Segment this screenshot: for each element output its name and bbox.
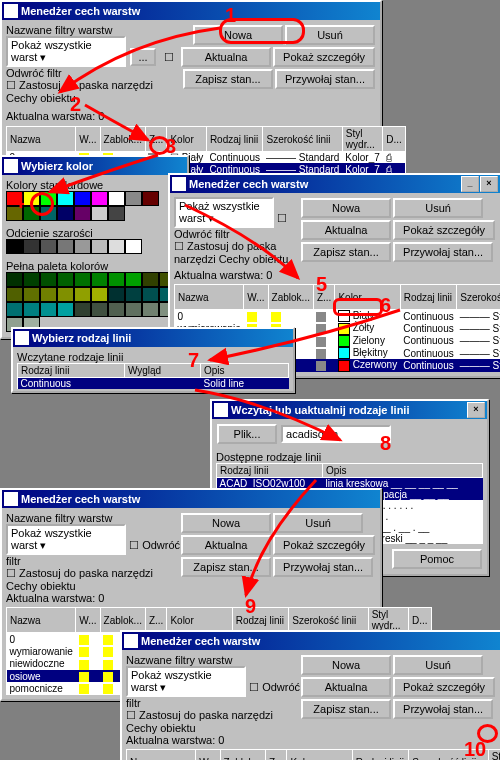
color-swatch[interactable] (23, 302, 40, 317)
color-swatch[interactable] (142, 191, 159, 206)
color-swatch[interactable] (125, 239, 142, 254)
titlebar: Wybierz kolor (2, 157, 187, 175)
restore-button[interactable]: Przywołaj stan... (393, 242, 493, 262)
color-swatch[interactable] (125, 287, 142, 302)
current-button[interactable]: Aktualna (301, 220, 391, 240)
color-swatch[interactable] (74, 287, 91, 302)
details-button[interactable]: Pokaż szczegóły (273, 535, 375, 555)
avail-label: Dostępne rodzaje linii (216, 451, 483, 463)
gray-palette[interactable] (6, 239, 166, 254)
current-layer-label: Aktualna warstwa: 0 (174, 269, 300, 281)
linetype-picker: Wybierz rodzaj linii Wczytane rodzaje li… (11, 327, 295, 393)
restore-button[interactable]: Przywołaj stan... (273, 557, 373, 577)
color-swatch[interactable] (57, 272, 74, 287)
delete-button[interactable]: Usuń (393, 655, 483, 675)
filters-label: Nazwane filtry warstw (126, 654, 300, 666)
app-icon (4, 4, 18, 18)
color-swatch[interactable] (91, 239, 108, 254)
apply-check[interactable]: ☐ Zastosuj do paska narzędzi Cechy obiek… (6, 567, 153, 592)
color-swatch[interactable] (57, 239, 74, 254)
color-swatch[interactable] (125, 302, 142, 317)
color-swatch[interactable] (74, 302, 91, 317)
color-swatch[interactable] (108, 272, 125, 287)
close-button[interactable]: × (467, 402, 485, 418)
color-swatch[interactable] (74, 272, 91, 287)
title-text: Wybierz kolor (21, 160, 93, 172)
color-swatch[interactable] (125, 272, 142, 287)
color-swatch[interactable] (125, 191, 142, 206)
std-colors-label: Kolory standardowe (6, 179, 183, 191)
save-button[interactable]: Zapisz stan... (301, 699, 391, 719)
restore-button[interactable]: Przywołaj stan... (275, 69, 375, 89)
annot-7: 7 (188, 349, 199, 372)
layer-manager-4: Menedżer cech warstw Nazwane filtry wars… (120, 630, 500, 760)
color-swatch[interactable] (23, 272, 40, 287)
full-palette[interactable] (6, 272, 176, 332)
color-swatch[interactable] (57, 302, 74, 317)
annot-1: 1 (225, 4, 236, 27)
layer-table[interactable]: NazwaW...Zablok...Z...KolorRodzaj liniiS… (126, 749, 500, 760)
filter-combo[interactable]: Pokaż wszystkie warst ▾ (6, 524, 126, 555)
color-swatch[interactable] (40, 272, 57, 287)
current-button[interactable]: Aktualna (181, 47, 271, 67)
filter-combo[interactable]: Pokaż wszystkie warst ▾ (6, 36, 126, 67)
current-button[interactable]: Aktualna (181, 535, 271, 555)
color-swatch[interactable] (57, 191, 74, 206)
full-palette-label: Pełna paleta kolorów (6, 260, 183, 272)
save-button[interactable]: Zapisz stan... (301, 242, 391, 262)
linetype-table[interactable]: Rodzaj liniiWyglądOpis ContinuousSolid l… (17, 363, 289, 389)
new-button[interactable]: Nowa (301, 655, 391, 675)
color-swatch[interactable] (6, 239, 23, 254)
color-swatch[interactable] (91, 206, 108, 221)
color-swatch[interactable] (142, 272, 159, 287)
color-swatch[interactable] (23, 239, 40, 254)
details-button[interactable]: Pokaż szczegóły (393, 677, 495, 697)
save-button[interactable]: Zapisz stan... (183, 69, 273, 89)
color-swatch[interactable] (74, 206, 91, 221)
min-button[interactable]: _ (461, 176, 479, 192)
file-button[interactable]: Plik... (217, 424, 277, 444)
color-swatch[interactable] (108, 287, 125, 302)
color-swatch[interactable] (91, 191, 108, 206)
color-swatch[interactable] (142, 287, 159, 302)
apply-check[interactable]: ☐ Zastosuj do paska narzędzi Cechy obiek… (174, 240, 288, 265)
file-input[interactable]: acadiso.lin (281, 425, 391, 443)
color-swatch[interactable] (108, 191, 125, 206)
color-swatch[interactable] (91, 287, 108, 302)
details-button[interactable]: Pokaż szczegóły (273, 47, 375, 67)
color-swatch[interactable] (108, 302, 125, 317)
color-swatch[interactable] (6, 272, 23, 287)
color-swatch[interactable] (40, 287, 57, 302)
color-swatch[interactable] (57, 287, 74, 302)
color-swatch[interactable] (74, 239, 91, 254)
color-swatch[interactable] (23, 287, 40, 302)
help-button[interactable]: Pomoc (392, 549, 482, 569)
color-swatch[interactable] (91, 302, 108, 317)
filters-label: Nazwane filtry warstw (6, 512, 180, 524)
new-button[interactable]: Nowa (301, 198, 391, 218)
filter-ext-button[interactable]: ... (130, 48, 156, 66)
new-button[interactable]: Nowa (181, 513, 271, 533)
color-swatch[interactable] (108, 206, 125, 221)
color-swatch[interactable] (91, 272, 108, 287)
delete-button[interactable]: Usuń (393, 198, 483, 218)
color-swatch[interactable] (40, 239, 57, 254)
save-button[interactable]: Zapisz stan... (181, 557, 271, 577)
apply-check[interactable]: ☐ Zastosuj do paska narzędzi Cechy obiek… (126, 709, 273, 734)
restore-button[interactable]: Przywołaj stan... (393, 699, 493, 719)
color-swatch[interactable] (108, 239, 125, 254)
filter-combo[interactable]: Pokaż wszystkie warst ▾ (174, 197, 274, 228)
close-button[interactable]: × (480, 176, 498, 192)
filter-combo[interactable]: Pokaż wszystkie warst ▾ (126, 666, 246, 697)
color-swatch[interactable] (6, 302, 23, 317)
annot-5: 5 (316, 273, 327, 296)
color-swatch[interactable] (40, 302, 57, 317)
delete-button[interactable]: Usuń (273, 513, 363, 533)
color-swatch[interactable] (142, 302, 159, 317)
color-swatch[interactable] (57, 206, 74, 221)
loaded-label: Wczytane rodzaje linii (17, 351, 289, 363)
current-button[interactable]: Aktualna (301, 677, 391, 697)
details-button[interactable]: Pokaż szczegóły (393, 220, 495, 240)
color-swatch[interactable] (74, 191, 91, 206)
color-swatch[interactable] (6, 287, 23, 302)
